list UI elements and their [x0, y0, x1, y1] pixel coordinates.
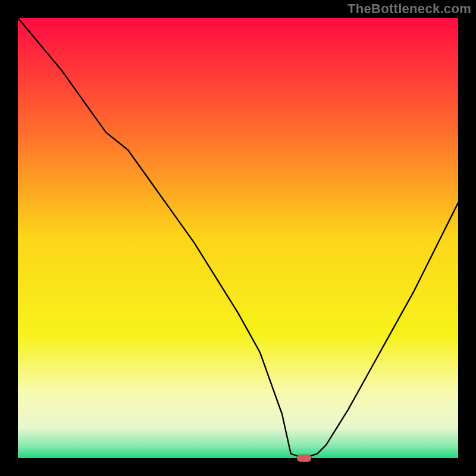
chart-svg — [18, 18, 458, 458]
plot-area — [18, 18, 458, 458]
gradient-background — [18, 18, 458, 458]
optimal-marker — [297, 455, 311, 462]
chart-container: TheBottleneck.com — [0, 0, 476, 476]
watermark-label: TheBottleneck.com — [347, 1, 471, 17]
